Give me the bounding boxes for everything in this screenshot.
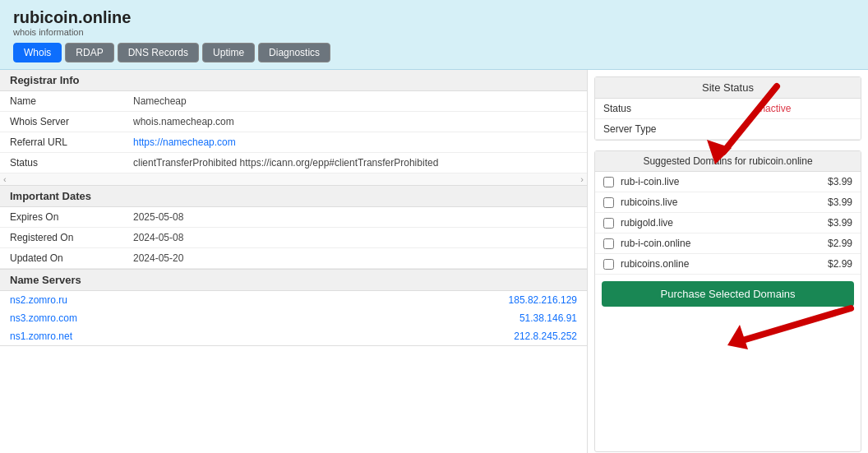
registrar-info-title: Registrar Info bbox=[0, 70, 587, 91]
ns-left-link-1[interactable]: ns3.zomro.com bbox=[10, 312, 77, 324]
right-panel: Site Status Status Inactive Server Type … bbox=[588, 70, 868, 453]
table-row: ns3.zomro.com 51.38.146.91 bbox=[0, 309, 587, 327]
label-server-type: Server Type bbox=[595, 119, 749, 140]
ns-left-link-0[interactable]: ns2.zomro.ru bbox=[10, 294, 67, 306]
tab-rdap[interactable]: RDAP bbox=[65, 43, 113, 62]
table-row: Status Inactive bbox=[595, 99, 861, 119]
value-site-status: Inactive bbox=[749, 99, 861, 119]
label-site-status: Status bbox=[595, 99, 749, 119]
name-servers-title: Name Servers bbox=[0, 270, 587, 291]
important-dates-section: Important Dates Expires On 2025-05-08 Re… bbox=[0, 186, 587, 270]
registrar-info-table: Name Namecheap Whois Server whois.namech… bbox=[0, 91, 587, 173]
left-panel: Registrar Info Name Namecheap Whois Serv… bbox=[0, 70, 588, 453]
suggested-domains-section: Suggested Domains for rubicoin.online ru… bbox=[594, 150, 861, 452]
table-row: ns2.zomro.ru 185.82.216.129 bbox=[0, 291, 587, 309]
domain-name-2: rubigold.live bbox=[621, 217, 828, 229]
table-row: Updated On 2024-05-20 bbox=[0, 248, 587, 269]
value-registered-on: 2024-05-08 bbox=[123, 228, 587, 248]
label-whois-server: Whois Server bbox=[0, 112, 123, 132]
domain-name-1: rubicoins.live bbox=[621, 196, 828, 208]
referral-url-link[interactable]: https://namecheap.com bbox=[133, 136, 236, 148]
domain-price-0: $3.99 bbox=[828, 176, 852, 187]
label-referral-url: Referral URL bbox=[0, 132, 123, 153]
value-expires-on: 2025-05-08 bbox=[123, 207, 587, 228]
value-referral-url: https://namecheap.com bbox=[123, 132, 587, 153]
domain-row-3: rub-i-coin.online $2.99 bbox=[595, 233, 861, 254]
label-name: Name bbox=[0, 91, 123, 112]
domain-name-3: rub-i-coin.online bbox=[621, 238, 828, 249]
domain-row-0: rub-i-coin.live $3.99 bbox=[595, 172, 861, 192]
site-status-section: Site Status Status Inactive Server Type bbox=[594, 76, 861, 141]
ns-right-link-0[interactable]: 185.82.216.129 bbox=[509, 294, 577, 306]
domain-name-4: rubicoins.online bbox=[621, 258, 828, 270]
name-servers-table: ns2.zomro.ru 185.82.216.129 ns3.zomro.co… bbox=[0, 291, 587, 345]
tab-dns-records[interactable]: DNS Records bbox=[118, 43, 199, 62]
table-row: Server Type bbox=[595, 119, 861, 140]
ns-right-link-2[interactable]: 212.8.245.252 bbox=[514, 331, 577, 342]
label-status: Status bbox=[0, 153, 123, 173]
domain-checkbox-3[interactable] bbox=[603, 238, 614, 249]
registrar-info-section: Registrar Info Name Namecheap Whois Serv… bbox=[0, 70, 587, 186]
name-servers-section: Name Servers ns2.zomro.ru 185.82.216.129… bbox=[0, 270, 587, 346]
purchase-selected-domains-button[interactable]: Purchase Selected Domains bbox=[602, 281, 854, 307]
value-status: clientTransferProhibited https://icann.o… bbox=[123, 153, 587, 173]
table-row: ns1.zomro.net 212.8.245.252 bbox=[0, 327, 587, 345]
table-row: Status clientTransferProhibited https://… bbox=[0, 153, 587, 173]
table-row: Whois Server whois.namecheap.com bbox=[0, 112, 587, 132]
table-row: Name Namecheap bbox=[0, 91, 587, 112]
page-subtitle: whois information bbox=[13, 27, 855, 37]
scroll-hint: ‹ › bbox=[0, 173, 587, 185]
table-row: Expires On 2025-05-08 bbox=[0, 207, 587, 228]
suggested-domains-title: Suggested Domains for rubicoin.online bbox=[595, 151, 861, 172]
domain-price-4: $2.99 bbox=[828, 258, 852, 270]
value-whois-server: whois.namecheap.com bbox=[123, 112, 587, 132]
domain-price-3: $2.99 bbox=[828, 238, 852, 249]
purchase-btn-area: Purchase Selected Domains bbox=[595, 275, 861, 313]
domain-checkbox-2[interactable] bbox=[603, 218, 614, 229]
domain-checkbox-4[interactable] bbox=[603, 259, 614, 270]
tab-bar: Whois RDAP DNS Records Uptime Diagnostic… bbox=[13, 43, 855, 62]
header: rubicoin.online whois information Whois … bbox=[0, 0, 868, 70]
value-name: Namecheap bbox=[123, 91, 587, 112]
domain-checkbox-0[interactable] bbox=[603, 177, 614, 187]
label-expires-on: Expires On bbox=[0, 207, 123, 228]
site-status-title: Site Status bbox=[595, 77, 861, 99]
domain-row-4: rubicoins.online $2.99 bbox=[595, 254, 861, 275]
table-row: Registered On 2024-05-08 bbox=[0, 228, 587, 248]
domain-checkbox-1[interactable] bbox=[603, 197, 614, 208]
ns-right-link-1[interactable]: 51.38.146.91 bbox=[519, 312, 577, 324]
important-dates-table: Expires On 2025-05-08 Registered On 2024… bbox=[0, 207, 587, 269]
tab-uptime[interactable]: Uptime bbox=[202, 43, 255, 62]
domain-name-0: rub-i-coin.live bbox=[621, 176, 828, 187]
main-layout: Registrar Info Name Namecheap Whois Serv… bbox=[0, 70, 868, 453]
page-title: rubicoin.online bbox=[13, 8, 855, 27]
domain-row-1: rubicoins.live $3.99 bbox=[595, 192, 861, 213]
table-row: Referral URL https://namecheap.com bbox=[0, 132, 587, 153]
label-registered-on: Registered On bbox=[0, 228, 123, 248]
tab-whois[interactable]: Whois bbox=[13, 43, 62, 62]
important-dates-title: Important Dates bbox=[0, 186, 587, 207]
domain-row-2: rubigold.live $3.99 bbox=[595, 213, 861, 233]
tab-diagnostics[interactable]: Diagnostics bbox=[258, 43, 330, 62]
ns-left-link-2[interactable]: ns1.zomro.net bbox=[10, 331, 72, 342]
domain-price-2: $3.99 bbox=[828, 217, 852, 229]
value-updated-on: 2024-05-20 bbox=[123, 248, 587, 269]
value-server-type bbox=[749, 119, 861, 140]
domain-price-1: $3.99 bbox=[828, 196, 852, 208]
label-updated-on: Updated On bbox=[0, 248, 123, 269]
site-status-table: Status Inactive Server Type bbox=[595, 99, 861, 140]
